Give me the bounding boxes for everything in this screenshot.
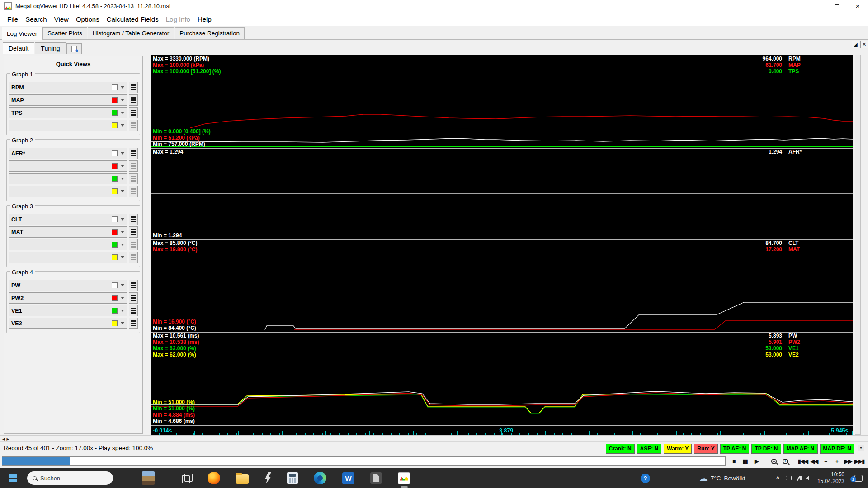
graph-separator: [151, 148, 853, 149]
zoom-in-button[interactable]: +: [780, 456, 790, 466]
media-icon[interactable]: [370, 472, 382, 484]
graph-area[interactable]: -0.014s. 2.879 5.945s. Max = 3330.000 (R…: [151, 55, 853, 436]
menu-search[interactable]: Search: [22, 14, 51, 25]
channel-menu-button[interactable]: [129, 280, 138, 291]
channel-select-pw2[interactable]: PW2: [9, 292, 127, 304]
graph-vertical-scrollbar[interactable]: [855, 55, 861, 435]
menu-calculated-fields[interactable]: Calculated Fields: [103, 14, 162, 25]
channel-select-tps[interactable]: TPS: [9, 107, 127, 118]
panel-close-icon[interactable]: ✕: [860, 41, 868, 48]
taskbar-search-input[interactable]: Suchen: [27, 471, 113, 485]
menu-options[interactable]: Options: [72, 14, 103, 25]
channel-menu-button[interactable]: [129, 160, 138, 172]
zoom-increase-button[interactable]: +: [832, 456, 842, 466]
zoom-decrease-button[interactable]: −: [821, 456, 830, 466]
menu-log-info[interactable]: Log Info: [162, 14, 194, 25]
channel-select-ve1[interactable]: VE1: [9, 305, 127, 316]
channel-select[interactable]: [9, 173, 127, 184]
edge-icon[interactable]: [314, 472, 326, 484]
channel-menu-button[interactable]: [129, 226, 138, 238]
channel-menu-button[interactable]: [129, 148, 138, 159]
channel-menu-button[interactable]: [129, 305, 138, 316]
new-view-tab-button[interactable]: [66, 43, 82, 54]
rewind-button[interactable]: ◀◀: [809, 456, 819, 466]
tab-scatter-plots[interactable]: Scatter Plots: [42, 27, 87, 39]
windows-taskbar: Suchen W ? ☁ 7°C Bewölkt ^ 10:50 15.04.2…: [0, 468, 868, 488]
graph-panel-3[interactable]: Max = 85.800 (°C)Max = 19.800 (°C)Min = …: [151, 239, 853, 332]
indicator-scroll-button[interactable]: ▾: [858, 445, 864, 451]
channel-select[interactable]: [9, 252, 127, 263]
bolt-icon[interactable]: [264, 472, 271, 484]
tab-histogram-table-generator[interactable]: Histogram / Table Generator: [88, 27, 174, 39]
channel-menu-button[interactable]: [129, 292, 138, 304]
tray-volume-icon[interactable]: [806, 476, 809, 480]
channel-select-afr[interactable]: AFR*: [9, 148, 127, 159]
zoom-out-button[interactable]: −: [769, 456, 779, 466]
channel-menu-button[interactable]: [129, 107, 138, 118]
channel-select-ve2[interactable]: VE2: [9, 318, 127, 329]
channel-select[interactable]: [9, 160, 127, 172]
notification-center-icon[interactable]: 2: [854, 475, 863, 482]
start-button-icon[interactable]: [9, 474, 17, 482]
explorer-icon[interactable]: [236, 474, 249, 484]
time-cursor-line[interactable]: [496, 55, 496, 435]
graph-panel-4[interactable]: Max = 10.561 (ms)Max = 10.538 (ms)Max = …: [151, 332, 853, 425]
scroll-right-icon[interactable]: ▸: [7, 436, 9, 441]
channel-select-clt[interactable]: CLT: [9, 214, 127, 225]
channel-select[interactable]: [9, 186, 127, 197]
channel-menu-button[interactable]: [129, 239, 138, 250]
firefox-icon[interactable]: [208, 472, 220, 484]
dock-arrow-icon[interactable]: ◢: [852, 41, 859, 48]
indicator-map-ae: MAP AE: N: [783, 444, 818, 454]
weather-widget[interactable]: ☁ 7°C Bewölkt: [699, 473, 745, 483]
stop-button[interactable]: ■: [729, 456, 739, 466]
tray-expand-icon[interactable]: ^: [776, 475, 780, 482]
horizontal-scrollbar[interactable]: ◂ ▸: [0, 435, 868, 441]
channel-label: AFR*: [11, 150, 112, 157]
megalogviewer-icon[interactable]: [398, 472, 410, 484]
task-view-icon[interactable]: [181, 473, 192, 483]
scroll-left-icon[interactable]: ◂: [2, 436, 5, 441]
maximize-button[interactable]: [826, 0, 847, 12]
channel-select-pw[interactable]: PW: [9, 280, 127, 291]
minimize-button[interactable]: [806, 0, 826, 12]
photos-icon[interactable]: [142, 471, 155, 485]
log-progress-bar[interactable]: [2, 456, 726, 466]
channel-select-rpm[interactable]: RPM: [9, 82, 127, 93]
channel-select-map[interactable]: MAP: [9, 94, 127, 106]
calculator-icon[interactable]: [287, 472, 298, 484]
channel-menu-button[interactable]: [129, 318, 138, 329]
channel-menu-button[interactable]: [129, 120, 138, 131]
help-icon[interactable]: ?: [641, 474, 650, 483]
channel-select[interactable]: [9, 120, 127, 131]
clock-time: 10:50: [817, 471, 844, 478]
color-swatch: [112, 295, 118, 301]
view-tab-default[interactable]: Default: [3, 42, 34, 54]
fast-forward-button[interactable]: ▶▶: [843, 456, 853, 466]
close-button[interactable]: ×: [847, 0, 868, 12]
channel-menu-button[interactable]: [129, 214, 138, 225]
pause-button[interactable]: ▮▮: [740, 456, 750, 466]
tab-log-viewer[interactable]: Log Viewer: [2, 27, 42, 40]
graph-panel-1[interactable]: Max = 3330.000 (RPM)Max = 100.000 (kPa)M…: [151, 55, 853, 148]
tray-display-icon[interactable]: [786, 476, 792, 480]
skip-start-button[interactable]: ▮◀◀: [798, 456, 808, 466]
channel-menu-button[interactable]: [129, 173, 138, 184]
channel-select[interactable]: [9, 239, 127, 250]
channel-label: CLT: [11, 216, 112, 223]
channel-menu-button[interactable]: [129, 94, 138, 106]
graph-panel-2[interactable]: Max = 1.294Min = 1.2941.294AFR*: [151, 148, 853, 239]
channel-select-mat[interactable]: MAT: [9, 226, 127, 238]
word-icon[interactable]: W: [342, 472, 354, 484]
menu-view[interactable]: View: [51, 14, 72, 25]
channel-menu-button[interactable]: [129, 252, 138, 263]
menu-help[interactable]: Help: [194, 14, 215, 25]
channel-menu-button[interactable]: [129, 186, 138, 197]
tab-purchase-registration[interactable]: Purchase Registration: [175, 27, 245, 39]
play-button[interactable]: ▶: [751, 456, 761, 466]
taskbar-clock[interactable]: 10:50 15.04.2023: [817, 471, 844, 485]
skip-end-button[interactable]: ▶▶▮: [854, 456, 864, 466]
menu-file[interactable]: File: [4, 14, 22, 25]
channel-menu-button[interactable]: [129, 82, 138, 93]
view-tab-tuning[interactable]: Tuning: [35, 42, 66, 54]
